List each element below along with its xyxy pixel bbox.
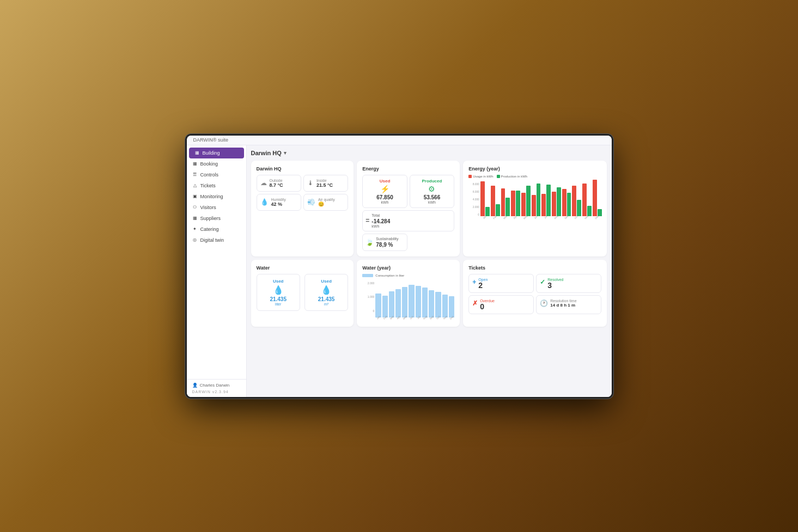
water-drop-m3-icon: 💧 [308, 285, 344, 295]
energy-metrics: Used ⚡ 67.850 kWh Produced ⚙ 53.566 kWh [362, 175, 454, 251]
production-bar [557, 187, 561, 216]
sidebar-item-catering[interactable]: ✦ Catering [187, 224, 246, 235]
bar-group [582, 184, 592, 216]
sidebar-item-suppliers[interactable]: ▦ Suppliers [187, 213, 246, 224]
energy-used-icon: ⚡ [366, 185, 403, 193]
usage-bar [511, 191, 515, 216]
inside-icon: 🌡 [307, 179, 314, 187]
air-quality-label: Air quality [318, 198, 335, 201]
sidebar-item-monitoring[interactable]: ▣ Monitoring [187, 191, 246, 202]
energy-sustainability-box: 🍃 Sustainability 78,9 % [362, 234, 407, 251]
chevron-down-icon[interactable]: ▾ [284, 150, 287, 156]
humidity-metric: 💧 Humidity 42 % [257, 194, 301, 211]
usage-bar [562, 189, 566, 216]
water-legend-dot [362, 274, 373, 277]
sidebar: ▦ Building ▦ Booking ☰ Controls △ [187, 145, 247, 397]
energy-card: Energy Used ⚡ 67.850 kWh Produced [357, 161, 460, 256]
water-bar [422, 288, 428, 317]
water-card: Water Used 💧 21.435 liter Used [251, 260, 354, 327]
sidebar-item-building-label: Building [203, 150, 220, 156]
sidebar-item-digital-twin-label: Digital twin [200, 237, 224, 243]
water-bars-wrapper: JanFebMarAprMayJunJulAugSepOctNovDec [375, 279, 454, 321]
sustainability-icon: 🍃 [366, 239, 374, 246]
water-liter-label: Used [260, 279, 296, 284]
humidity-icon: 💧 [260, 198, 269, 206]
water-bar [449, 296, 454, 317]
water-chart-container: 2.000 1.000 0 JanFebMarAprMayJunJulAugSe… [362, 279, 454, 321]
user-icon: 👤 [192, 383, 198, 388]
energy-title: Energy [362, 166, 454, 172]
page-title: Darwin HQ [251, 150, 282, 156]
energy-chart-container: 8.000 6.000 4.000 2.000 0 JanFebMarAprMa… [468, 180, 601, 222]
page-header: Darwin HQ ▾ [251, 150, 607, 156]
water-year-title: Water (year) [362, 265, 454, 271]
energy-used-box: Used ⚡ 67.850 kWh [362, 175, 407, 208]
inside-metric: 🌡 Inside 21.5 °C [303, 175, 348, 192]
outside-metric: ☁ Outside 8.7 °C [257, 175, 301, 192]
production-legend-label: Production in kWh [501, 175, 528, 178]
production-bar [537, 184, 541, 216]
production-bar [567, 193, 571, 216]
sidebar-item-booking[interactable]: ▦ Booking [187, 158, 246, 169]
user-name: Charles Darwin [200, 383, 230, 388]
energy-y-axis: 8.000 6.000 4.000 2.000 0 [468, 180, 479, 218]
total-label: Total [371, 213, 390, 217]
tickets-overdue-box: ✗ Overdue 0 [468, 295, 534, 314]
water-m3-box: Used 💧 21.435 m³ [304, 274, 348, 311]
bar-group [491, 186, 500, 216]
sidebar-item-controls-label: Controls [200, 172, 219, 178]
water-liter-value: 21.435 [260, 296, 296, 302]
water-bar [402, 287, 407, 317]
usage-bar [501, 188, 505, 216]
bar-group [521, 186, 531, 216]
usage-bar [521, 193, 526, 216]
sidebar-item-tickets[interactable]: △ Tickets [187, 180, 246, 191]
usage-bar [572, 186, 576, 216]
usage-bar [491, 186, 495, 216]
water-bar [395, 289, 401, 317]
usage-bar [541, 194, 546, 216]
outside-value: 8.7 °C [270, 182, 283, 188]
tickets-open-icon: + [472, 278, 476, 286]
sidebar-item-building[interactable]: ▦ Building [189, 148, 244, 158]
energy-produced-value: 53.566 [413, 194, 450, 200]
energy-total-box: = Total -14.284 kWh [362, 210, 454, 231]
digital-twin-icon: ◎ [192, 237, 198, 243]
chart-legend: Usage in kWh Production in kWh [468, 175, 601, 178]
tickets-resolved-icon: ✓ [540, 278, 545, 286]
bar-group [572, 186, 581, 216]
usage-bar [532, 195, 536, 216]
production-legend-dot [497, 175, 500, 178]
water-bar [409, 285, 414, 317]
sidebar-item-digital-twin[interactable]: ◎ Digital twin [187, 235, 246, 246]
humidity-label: Humidity [271, 198, 286, 201]
water-bar [375, 293, 381, 317]
app-body: ▦ Building ▦ Booking ☰ Controls △ [187, 145, 612, 397]
hq-metrics: ☁ Outside 8.7 °C 🌡 Inside [257, 175, 349, 211]
suppliers-icon: ▦ [192, 216, 198, 221]
sidebar-item-visitors[interactable]: ⚇ Visitors [187, 202, 246, 213]
energy-year-title: Energy (year) [468, 166, 601, 172]
usage-bar [480, 181, 485, 216]
water-bar [416, 286, 421, 317]
tickets-grid: + Open 2 ✓ Resolved [468, 274, 601, 314]
tickets-open-box: + Open 2 [468, 274, 534, 293]
usage-bar [552, 192, 556, 216]
visitors-icon: ⚇ [192, 205, 198, 210]
sidebar-item-controls[interactable]: ☰ Controls [187, 169, 246, 180]
sidebar-item-suppliers-label: Suppliers [200, 216, 221, 221]
sidebar-item-booking-label: Booking [200, 161, 218, 167]
resolution-time-label: Resolution time [550, 299, 576, 303]
darwin-hq-card: Darwin HQ ☁ Outside 8.7 °C [251, 161, 354, 256]
water-legend: Consumption in liter [362, 274, 454, 277]
air-quality-value: 😊 [318, 201, 335, 207]
bar-group [541, 185, 551, 216]
production-bar [546, 185, 551, 216]
energy-bar-chart [480, 180, 601, 218]
version-label: DARWIN v2.3.94 [192, 390, 241, 394]
energy-produced-icon: ⚙ [413, 185, 450, 193]
building-icon: ▦ [194, 150, 200, 156]
app: DARWIN® suite ▦ Building ▦ Booking [187, 136, 612, 397]
water-drop-icon: 💧 [260, 285, 296, 295]
sidebar-item-monitoring-label: Monitoring [200, 194, 223, 199]
